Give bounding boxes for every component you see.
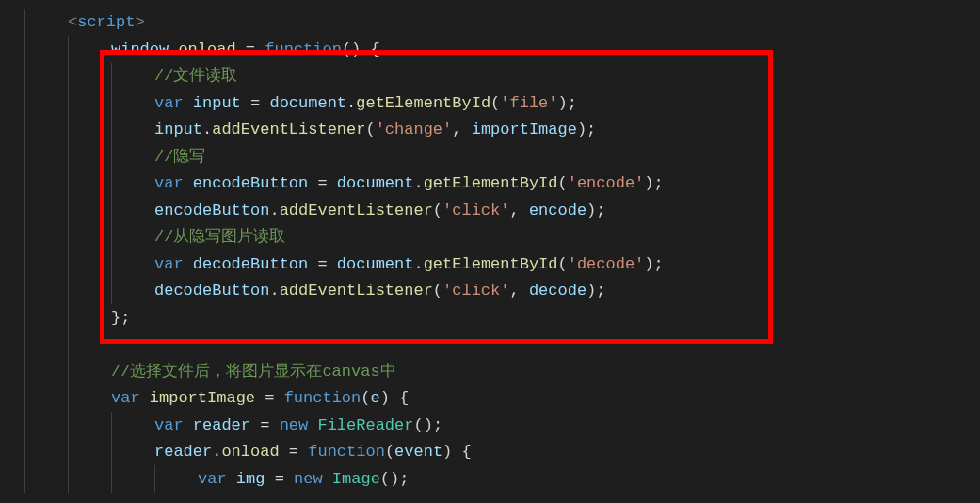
token: var (154, 170, 184, 197)
token: event (394, 439, 442, 465)
token: = (260, 413, 269, 439)
token: > (135, 9, 144, 36)
token: 'file' (500, 90, 557, 117)
code-line[interactable]: //隐写 (0, 144, 980, 171)
token: getElementById (424, 170, 558, 197)
token: = (317, 170, 327, 197)
code-line[interactable]: decodeButton.addEventListener('click', d… (0, 278, 980, 305)
code-line[interactable]: var input = document.getElementById('fil… (0, 90, 980, 118)
token: decodeButton (154, 278, 269, 304)
token: img (236, 466, 265, 493)
code-line[interactable]: encodeButton.addEventListener('click', e… (0, 198, 980, 225)
token: decodeButton (193, 252, 308, 278)
token: addEventListener (280, 278, 433, 304)
token: 'decode' (568, 252, 645, 278)
token: , (452, 117, 471, 143)
token (140, 385, 150, 412)
token: window (111, 37, 169, 63)
token: ( (558, 170, 568, 197)
token: = (289, 439, 298, 465)
code-line[interactable]: <script> (0, 9, 980, 37)
token: document (269, 90, 346, 117)
token: ( (558, 252, 568, 278)
token: importImage (150, 385, 255, 412)
token: document (337, 252, 414, 278)
token: = (265, 385, 274, 412)
code-line[interactable]: input.addEventListener('change', importI… (0, 117, 980, 144)
token (255, 37, 265, 63)
token: script (77, 9, 135, 36)
token: document (337, 170, 414, 197)
token: decode (529, 278, 586, 304)
token: 'encode' (568, 170, 645, 197)
token: //文件读取 (154, 63, 237, 89)
token: ( (365, 117, 375, 143)
token: ( (385, 439, 394, 465)
token (269, 413, 279, 439)
token: input (154, 117, 202, 143)
token: = (250, 90, 260, 117)
token: = (246, 37, 255, 63)
token: getElementById (356, 90, 490, 117)
token (241, 90, 250, 117)
code-line[interactable]: //选择文件后，将图片显示在canvas中 (0, 359, 980, 386)
code-line[interactable]: var img = new Image(); (0, 466, 980, 494)
token: . (202, 117, 212, 143)
token: (); (380, 466, 410, 493)
token: . (169, 37, 178, 63)
token (184, 413, 193, 439)
token: = (275, 466, 284, 493)
token: FileReader (317, 413, 413, 439)
token (284, 466, 294, 493)
token: ); (558, 90, 577, 117)
token: //选择文件后，将图片显示在canvas中 (111, 359, 396, 385)
token: 'click' (442, 198, 509, 224)
code-line[interactable]: }; (0, 305, 980, 333)
token (298, 439, 308, 465)
code-line[interactable]: var decodeButton = document.getElementBy… (0, 252, 980, 279)
code-editor[interactable]: <script>window.onload = function() {//文件… (0, 0, 980, 493)
token: reader (154, 439, 212, 465)
token: . (269, 198, 279, 224)
token: ); (577, 117, 596, 143)
code-line[interactable]: //从隐写图片读取 (0, 224, 980, 252)
token: input (193, 90, 241, 117)
token: (); (413, 413, 442, 439)
token (328, 170, 337, 197)
token: ); (644, 170, 663, 197)
token: . (269, 278, 279, 304)
token: ); (586, 198, 605, 224)
code-line[interactable]: window.onload = function() { (0, 37, 980, 64)
token: e (370, 385, 379, 412)
code-line[interactable]: var encodeButton = document.getElementBy… (0, 170, 980, 198)
token (250, 413, 260, 439)
token: getElementById (424, 252, 558, 278)
token: //从隐写图片读取 (154, 224, 285, 251)
token: addEventListener (212, 117, 365, 143)
token (184, 170, 193, 197)
token: . (413, 252, 423, 278)
code-line[interactable]: //文件读取 (0, 63, 980, 90)
code-line[interactable]: var importImage = function(e) { (0, 385, 980, 413)
code-line[interactable]: var reader = new FileReader(); (0, 413, 980, 440)
token (260, 90, 269, 117)
token: ( (433, 278, 442, 304)
code-line[interactable] (0, 332, 980, 359)
token: new (294, 466, 323, 493)
token (274, 385, 283, 412)
token: Image (332, 466, 380, 493)
token (184, 252, 193, 278)
token: () { (342, 37, 380, 63)
token (265, 466, 274, 493)
token: function (284, 385, 361, 412)
code-line[interactable]: reader.onload = function(event) { (0, 439, 980, 466)
token: . (346, 90, 356, 117)
token: < (68, 9, 77, 36)
code-area[interactable]: <script>window.onload = function() {//文件… (0, 9, 980, 493)
token: importImage (472, 117, 577, 143)
token (308, 413, 317, 439)
token: encode (529, 198, 586, 224)
token: 'click' (442, 278, 509, 304)
token: //隐写 (154, 144, 205, 170)
token: ) { (442, 439, 472, 465)
